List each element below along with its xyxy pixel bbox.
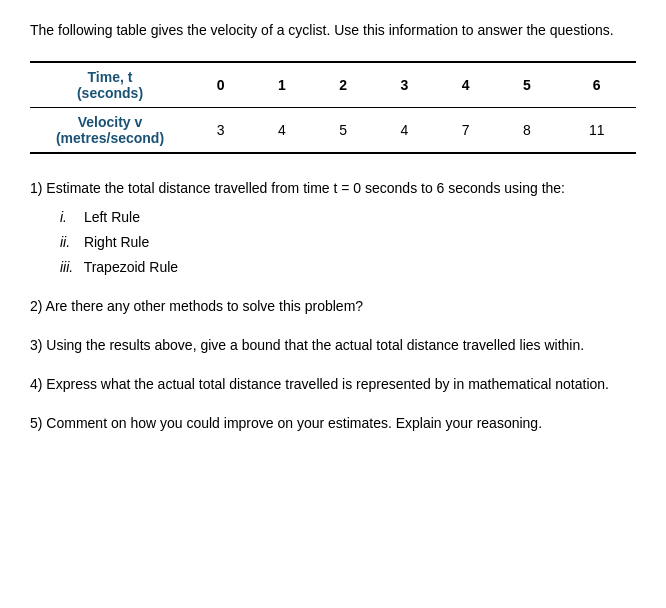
sub-item-left-rule: i. Left Rule xyxy=(60,207,636,228)
table-header-t1: 1 xyxy=(251,62,312,108)
right-rule-label: Right Rule xyxy=(84,234,149,250)
intro-text: The following table gives the velocity o… xyxy=(30,20,636,41)
question-4: 4) Express what the actual total distanc… xyxy=(30,374,636,395)
trapezoid-rule-label: Trapezoid Rule xyxy=(84,259,178,275)
question-1: 1) Estimate the total distance travelled… xyxy=(30,178,636,278)
table-header-t6: 6 xyxy=(558,62,637,108)
question-5-text: Comment on how you could improve on your… xyxy=(46,415,542,431)
velocity-table-container: Time, t(seconds) 0 1 2 3 4 5 6 Velocity … xyxy=(30,61,636,154)
question-5-number: 5) xyxy=(30,415,42,431)
question-3-number: 3) xyxy=(30,337,42,353)
table-header-t2: 2 xyxy=(313,62,374,108)
questions-section: 1) Estimate the total distance travelled… xyxy=(30,178,636,434)
question-4-number: 4) xyxy=(30,376,42,392)
table-cell-v5: 8 xyxy=(496,108,557,154)
sub-item-trapezoid-rule: iii. Trapezoid Rule xyxy=(60,257,636,278)
question-4-text: Express what the actual total distance t… xyxy=(46,376,609,392)
table-cell-v6: 11 xyxy=(558,108,637,154)
sub-item-right-rule: ii. Right Rule xyxy=(60,232,636,253)
table-header-t0: 0 xyxy=(190,62,251,108)
question-1-text: Estimate the total distance travelled fr… xyxy=(46,180,565,196)
table-cell-v4: 7 xyxy=(435,108,496,154)
table-header-time: Time, t(seconds) xyxy=(30,62,190,108)
table-cell-v0: 3 xyxy=(190,108,251,154)
table-header-t3: 3 xyxy=(374,62,435,108)
question-2-text: Are there any other methods to solve thi… xyxy=(46,298,364,314)
left-rule-label: Left Rule xyxy=(84,209,140,225)
table-cell-v1: 4 xyxy=(251,108,312,154)
roman-ii: ii. xyxy=(60,232,80,253)
question-5: 5) Comment on how you could improve on y… xyxy=(30,413,636,434)
table-header-velocity: Velocity v(metres/second) xyxy=(30,108,190,154)
table-header-t5: 5 xyxy=(496,62,557,108)
roman-iii: iii. xyxy=(60,257,80,278)
question-1-number: 1) xyxy=(30,180,42,196)
velocity-table: Time, t(seconds) 0 1 2 3 4 5 6 Velocity … xyxy=(30,61,636,154)
question-1-sub-list: i. Left Rule ii. Right Rule iii. Trapezo… xyxy=(60,207,636,278)
roman-i: i. xyxy=(60,207,80,228)
question-2: 2) Are there any other methods to solve … xyxy=(30,296,636,317)
question-1-label: 1) Estimate the total distance travelled… xyxy=(30,180,565,196)
question-3: 3) Using the results above, give a bound… xyxy=(30,335,636,356)
table-cell-v2: 5 xyxy=(313,108,374,154)
table-cell-v3: 4 xyxy=(374,108,435,154)
question-2-number: 2) xyxy=(30,298,42,314)
question-3-text: Using the results above, give a bound th… xyxy=(46,337,584,353)
table-header-t4: 4 xyxy=(435,62,496,108)
